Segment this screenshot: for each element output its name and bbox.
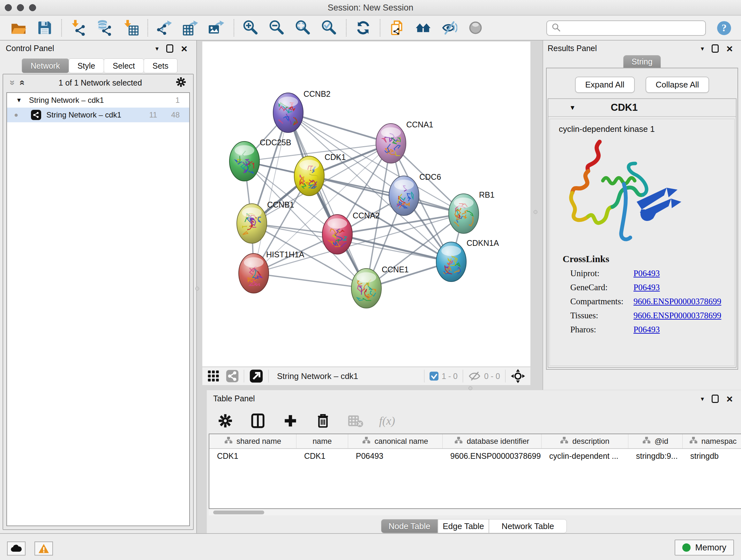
zoom-fit-icon[interactable] [294, 19, 312, 37]
tab-edge-table[interactable]: Edge Table [438, 519, 489, 533]
publish-icon[interactable] [441, 19, 458, 37]
network-collection-row[interactable]: ▼ String Network – cdk1 1 [7, 93, 189, 108]
warning-button[interactable] [35, 542, 53, 556]
network-options-gear-icon[interactable] [175, 76, 187, 89]
hidden-eye-slash-icon[interactable] [468, 371, 481, 381]
crosslink-link[interactable]: P06493 [633, 325, 660, 334]
column-header-database-identifier[interactable]: database identifier [443, 434, 542, 448]
collapse-all-icon[interactable]: » [7, 80, 18, 85]
tab-node-table[interactable]: Node Table [381, 519, 438, 533]
import-network-icon[interactable] [70, 19, 87, 37]
panel-float-icon[interactable] [712, 395, 719, 403]
panel-close-icon[interactable]: × [181, 44, 187, 53]
panel-float-icon[interactable] [166, 44, 173, 53]
panel-close-icon[interactable]: × [726, 44, 733, 53]
network-edge[interactable] [288, 113, 391, 143]
save-icon[interactable] [36, 19, 54, 37]
string-results-tab[interactable]: String [623, 55, 661, 68]
column-header--id[interactable]: @id [628, 434, 683, 448]
section-expander-icon[interactable]: ▼ [569, 104, 576, 111]
network-node-cdc6[interactable]: CDC6 [389, 172, 441, 215]
delete-table-icon[interactable] [347, 412, 364, 430]
tab-network-table[interactable]: Network Table [489, 519, 567, 533]
network-node-ccnb1[interactable]: CCNB1 [237, 200, 294, 243]
panel-menu-icon[interactable]: ▾ [701, 45, 704, 52]
open-in-window-icon[interactable] [249, 369, 263, 383]
clone-network-icon[interactable] [388, 19, 406, 37]
help-icon[interactable]: ? [716, 20, 732, 36]
open-folder-icon[interactable] [10, 19, 27, 37]
cloud-button[interactable] [7, 542, 25, 556]
add-column-icon[interactable] [281, 412, 299, 430]
network-edge[interactable] [254, 113, 288, 273]
memory-button[interactable]: Memory [675, 540, 734, 556]
tree-expander-icon[interactable]: ▼ [16, 97, 22, 104]
network-node-cdkn1a[interactable]: CDKN1A [436, 239, 499, 282]
table-horizontal-scrollbar[interactable] [209, 509, 741, 515]
left-splitter-handle[interactable] [195, 287, 199, 291]
search-box[interactable] [546, 20, 706, 36]
bottom-splitter-handle[interactable] [468, 386, 472, 390]
column-header-namespac[interactable]: namespac [683, 434, 741, 448]
import-table-icon[interactable] [122, 19, 140, 37]
refresh-icon[interactable] [354, 19, 372, 37]
column-header-shared-name[interactable]: shared name [209, 434, 296, 448]
crosslink-link[interactable]: 9606.ENSP00000378699 [633, 297, 721, 307]
column-header-description[interactable]: description [542, 434, 628, 448]
gene-section-header[interactable]: ▼ CDK1 [548, 99, 736, 117]
panel-close-icon[interactable]: × [726, 395, 733, 403]
tab-style[interactable]: Style [69, 58, 105, 73]
network-node-ccna2[interactable]: CCNA2 [322, 211, 380, 254]
table-cell[interactable]: stringdb [683, 449, 741, 463]
table-row[interactable]: CDK1CDK1P064939606.ENSP00000378699cyclin… [209, 449, 741, 463]
right-splitter-handle[interactable] [534, 210, 537, 214]
network-node-ccne1[interactable]: CCNE1 [351, 265, 409, 308]
network-edge[interactable] [309, 176, 464, 213]
export-table-icon[interactable] [182, 19, 200, 37]
export-network-icon[interactable] [156, 19, 174, 37]
eye-icon[interactable] [467, 19, 484, 37]
network-edge[interactable] [288, 113, 366, 288]
table-cell[interactable]: 9606.ENSP00000378699 [443, 449, 542, 463]
panel-menu-icon[interactable]: ▾ [155, 45, 158, 52]
delete-column-icon[interactable] [314, 412, 332, 430]
expand-all-icon[interactable]: « [17, 80, 28, 85]
crosslink-link[interactable]: 9606.ENSP00000378699 [633, 311, 721, 320]
column-header-name[interactable]: name [296, 434, 348, 448]
network-canvas[interactable]: CCNB2CCNA1CDC25BCDK1CDC6RB1CCNB1CCNA2CDK… [202, 42, 530, 367]
network-node-ccnb2[interactable]: CCNB2 [273, 89, 331, 132]
columns-icon[interactable] [249, 412, 267, 430]
grid-view-icon[interactable] [207, 370, 219, 382]
table-cell[interactable]: stringdb:9... [628, 449, 683, 463]
network-row[interactable]: ● String Network – cdk1 11 48 [7, 108, 189, 122]
network-node-hist1h1a[interactable]: HIST1H1A [239, 250, 305, 293]
crosslink-link[interactable]: P06493 [633, 268, 660, 278]
panel-menu-icon[interactable]: ▾ [701, 395, 704, 402]
tab-select[interactable]: Select [104, 58, 144, 73]
tab-sets[interactable]: Sets [144, 58, 178, 73]
string-view-icon[interactable] [226, 370, 239, 382]
network-node-rb1[interactable]: RB1 [449, 190, 495, 233]
zoom-out-icon[interactable] [268, 19, 286, 37]
gear-icon[interactable] [216, 412, 234, 430]
zoom-in-icon[interactable] [242, 19, 260, 37]
table-cell[interactable]: cyclin-dependent ... [542, 449, 628, 463]
panel-float-icon[interactable] [712, 44, 719, 53]
network-edge[interactable] [254, 273, 366, 288]
column-header-canonical-name[interactable]: canonical name [348, 434, 443, 448]
expand-all-button[interactable]: Expand All [575, 77, 635, 93]
table-cell[interactable]: CDK1 [209, 449, 296, 463]
export-image-icon[interactable] [208, 19, 226, 37]
import-database-icon[interactable] [96, 19, 114, 37]
table-cell[interactable]: CDK1 [296, 449, 348, 463]
table-cell[interactable]: P06493 [348, 449, 443, 463]
crosslink-link[interactable]: P06493 [633, 283, 660, 293]
tab-network[interactable]: Network [22, 58, 69, 73]
zoom-selected-icon[interactable] [320, 19, 338, 37]
home-icon[interactable] [414, 19, 432, 37]
scrollbar-thumb[interactable] [213, 510, 264, 514]
search-input[interactable] [564, 22, 705, 35]
collapse-all-button[interactable]: Collapse All [646, 77, 710, 93]
selected-checkbox-icon[interactable] [429, 372, 439, 381]
birds-eye-view-icon[interactable] [511, 369, 525, 383]
